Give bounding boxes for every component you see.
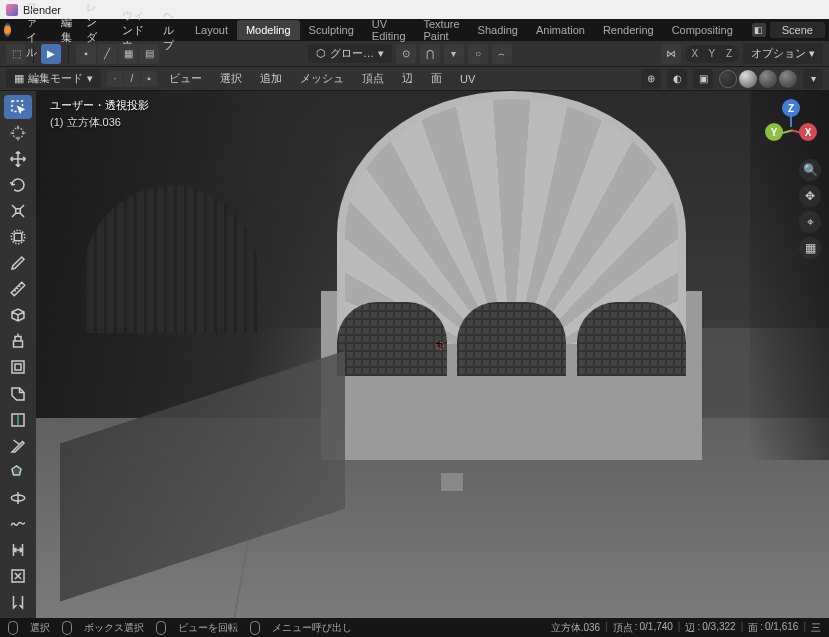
- move-tool[interactable]: [4, 147, 32, 171]
- camera-view-icon[interactable]: ⌖: [799, 211, 821, 233]
- tab-rendering[interactable]: Rendering: [594, 20, 663, 40]
- hint-box-select: ボックス選択: [84, 621, 144, 635]
- menu-view[interactable]: ビュー: [163, 69, 208, 88]
- loopcut-tool[interactable]: [4, 408, 32, 432]
- chevron-down-icon: ▾: [378, 47, 384, 60]
- inset-tool[interactable]: [4, 355, 32, 379]
- axis-lock-pill: X Y Z: [685, 45, 739, 63]
- menu-uv[interactable]: UV: [454, 71, 481, 87]
- stat-edges: 0/3,322: [702, 621, 735, 635]
- stat-object: 立方体.036: [551, 621, 600, 635]
- mesh-auto-merge-icon[interactable]: ⋈: [661, 44, 681, 64]
- polybuild-tool[interactable]: [4, 460, 32, 484]
- shading-dropdown-icon[interactable]: ▾: [803, 69, 823, 89]
- snap-target-dropdown-icon[interactable]: ▾: [444, 44, 464, 64]
- axis-z-handle[interactable]: Z: [782, 99, 800, 117]
- tab-animation[interactable]: Animation: [527, 20, 594, 40]
- shading-wireframe-icon[interactable]: [719, 70, 737, 88]
- shading-material-icon[interactable]: [759, 70, 777, 88]
- viewport-header: ▦ 編集モード ▾ · / ▪ ビュー 選択 追加 メッシュ 頂点 辺 面 UV…: [0, 67, 829, 91]
- menu-add[interactable]: 追加: [254, 69, 288, 88]
- smooth-tool[interactable]: [4, 512, 32, 536]
- stat-faces-label: 面: [748, 621, 758, 635]
- snap-magnet-icon[interactable]: ⋂: [420, 44, 440, 64]
- tab-modeling[interactable]: Modeling: [237, 20, 300, 40]
- vert-mode-icon[interactable]: ·: [107, 71, 123, 87]
- knife-tool[interactable]: [4, 434, 32, 458]
- shrink-tool[interactable]: [4, 564, 32, 588]
- face-select-icon[interactable]: ▦: [118, 44, 138, 64]
- scene-stats: 立方体.036 | 頂点:0/1,740 | 辺:0/3,322 | 面:0/1…: [551, 621, 821, 635]
- add-cube-tool[interactable]: [4, 303, 32, 327]
- overlay-gizmo-icon[interactable]: ⊕: [641, 69, 661, 89]
- rip-tool[interactable]: [4, 590, 32, 614]
- pan-icon[interactable]: ✥: [799, 185, 821, 207]
- extrude-tool[interactable]: [4, 329, 32, 353]
- edit-mode-icon: ▦: [14, 72, 24, 85]
- cursor-tool-icon[interactable]: ▶: [41, 44, 61, 64]
- mouse-mmb-icon: [156, 621, 166, 635]
- cursor-tool[interactable]: [4, 121, 32, 145]
- menu-vertex[interactable]: 頂点: [356, 69, 390, 88]
- transform-orientation-dropdown[interactable]: ⬡ グロー… ▾: [308, 44, 392, 63]
- tab-sculpting[interactable]: Sculpting: [300, 20, 363, 40]
- select-box-tool[interactable]: [4, 95, 32, 119]
- svg-rect-3: [14, 234, 22, 242]
- overlay-toggle-icon[interactable]: ◐: [667, 69, 687, 89]
- rotate-tool[interactable]: [4, 173, 32, 197]
- scale-tool[interactable]: [4, 199, 32, 223]
- zoom-icon[interactable]: 🔍: [799, 159, 821, 181]
- stat-faces: 0/1,616: [765, 621, 798, 635]
- proportional-falloff-icon[interactable]: ⌢: [492, 44, 512, 64]
- select-mode-4-icon[interactable]: ▤: [139, 44, 159, 64]
- navigation-gizmo[interactable]: Z Y X: [765, 99, 817, 151]
- vertex-select-icon[interactable]: ▪: [76, 44, 96, 64]
- spin-tool[interactable]: [4, 486, 32, 510]
- svg-rect-6: [12, 361, 24, 373]
- viewport-toolbar: ⬚ ▶ ▪ ╱ ▦ ▤ ⬡ グロー… ▾ ⊙ ⋂ ▾ ○ ⌢ ⋈ X Y Z オ…: [0, 41, 829, 67]
- scene-render: [36, 91, 829, 618]
- shading-rendered-icon[interactable]: [779, 70, 797, 88]
- edge-slide-tool[interactable]: [4, 538, 32, 562]
- menu-edge[interactable]: 辺: [396, 69, 419, 88]
- transform-tool[interactable]: [4, 225, 32, 249]
- menu-select[interactable]: 選択: [214, 69, 248, 88]
- pivot-icon[interactable]: ⊙: [396, 44, 416, 64]
- menu-face[interactable]: 面: [425, 69, 448, 88]
- shading-solid-icon[interactable]: [739, 70, 757, 88]
- annotate-tool[interactable]: [4, 251, 32, 275]
- interaction-mode-dropdown[interactable]: ▦ 編集モード ▾: [6, 69, 101, 88]
- menu-mesh[interactable]: メッシュ: [294, 69, 350, 88]
- viewport-shading-group: [719, 70, 797, 88]
- xray-toggle-icon[interactable]: ▣: [693, 69, 713, 89]
- tab-compositing[interactable]: Compositing: [663, 20, 742, 40]
- axis-x[interactable]: X: [687, 46, 703, 62]
- options-dropdown[interactable]: オプション ▾: [743, 43, 823, 64]
- perspective-toggle-icon[interactable]: ▦: [799, 237, 821, 259]
- menu-edit[interactable]: 編集: [54, 13, 79, 47]
- proportional-edit-icon[interactable]: ○: [468, 44, 488, 64]
- edge-select-icon[interactable]: ╱: [97, 44, 117, 64]
- axis-y-handle[interactable]: Y: [765, 123, 783, 141]
- tab-uv-editing[interactable]: UV Editing: [363, 14, 415, 46]
- stat-verts-label: 頂点: [613, 621, 633, 635]
- chevron-down-icon: ▾: [87, 72, 93, 85]
- axis-x-handle[interactable]: X: [799, 123, 817, 141]
- svg-rect-7: [15, 364, 21, 370]
- measure-tool[interactable]: [4, 277, 32, 301]
- axis-z[interactable]: Z: [721, 46, 737, 62]
- menu-help[interactable]: ヘルプ: [156, 6, 186, 55]
- tab-shading[interactable]: Shading: [469, 20, 527, 40]
- 3d-cursor-icon: [433, 339, 447, 353]
- editor-type-icon[interactable]: ⬚: [6, 44, 26, 64]
- edge-mode-icon[interactable]: /: [124, 71, 140, 87]
- bevel-tool[interactable]: [4, 382, 32, 406]
- axis-y[interactable]: Y: [704, 46, 720, 62]
- tab-layout[interactable]: Layout: [186, 20, 237, 40]
- tab-texture-paint[interactable]: Texture Paint: [415, 14, 469, 46]
- view-layer-icon[interactable]: ◧: [752, 23, 766, 37]
- blender-logo-icon[interactable]: [4, 23, 11, 37]
- scene-name-field[interactable]: Scene: [770, 22, 825, 38]
- face-mode-icon[interactable]: ▪: [141, 71, 157, 87]
- 3d-viewport[interactable]: ユーザー・透視投影 (1) 立方体.036 Z Y X 🔍 ✥ ⌖ ▦: [36, 91, 829, 618]
